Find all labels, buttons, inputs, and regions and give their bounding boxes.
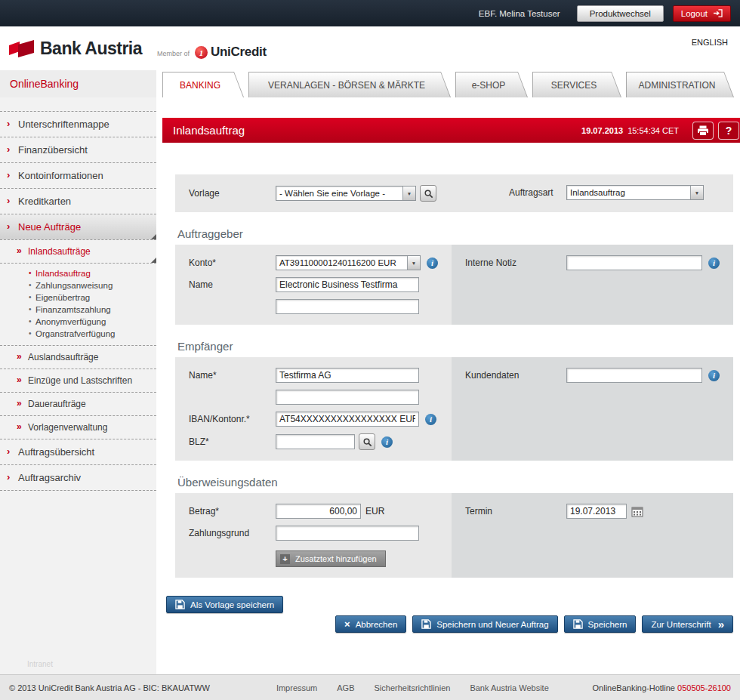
termin-input[interactable] <box>566 504 627 519</box>
chevron-icon: › <box>7 446 10 457</box>
hotline-number: 050505-26100 <box>677 683 731 692</box>
sidebar-item-auslandsauftraege[interactable]: » Auslandsaufträge <box>0 346 156 369</box>
footer: © 2013 UniCredit Bank Austria AG - BIC: … <box>0 674 740 700</box>
onlinebanking-home-link[interactable]: OnlineBanking <box>0 70 156 97</box>
main-tabs: BANKING VERANLAGEN - BÖRSEN & MÄRKTE e-S… <box>156 70 734 97</box>
auftraggeber-heading: Auftraggeber <box>177 227 740 240</box>
sidebar-item-inlandsauftraege[interactable]: » Inlandsaufträge <box>0 240 156 264</box>
bank-austria-wordmark: Bank Austria <box>40 39 142 59</box>
empfaenger-box: Name* IBAN/Kontonr.* i BLZ* <box>175 357 733 461</box>
blz-search-button[interactable] <box>359 433 375 450</box>
sidebar-item-finanzamtszahlung[interactable]: • Finanzamtszahlung <box>0 304 156 316</box>
ueberweisungsdaten-box: Betrag* EUR Zahlungsgrund + Zusatztext h… <box>175 493 733 578</box>
copyright-text: © 2013 UniCredit Bank Austria AG - BIC: … <box>9 683 210 692</box>
calendar-button[interactable] <box>631 506 643 517</box>
sidebar-item-unterschriftenmappe[interactable]: › Unterschriftenmappe <box>0 111 156 137</box>
help-button[interactable]: ? <box>718 122 739 140</box>
empfaenger-name-input[interactable] <box>276 368 419 383</box>
footer-link-agb[interactable]: AGB <box>337 683 354 692</box>
iban-label: IBAN/Kontonr.* <box>189 414 276 424</box>
current-date: 19.07.2013 <box>581 126 623 135</box>
iban-input[interactable] <box>276 412 419 427</box>
produktwechsel-label: Produktwechsel <box>590 9 651 18</box>
auftragsart-label: Auftragsart <box>465 187 566 198</box>
vorlage-select[interactable]: - Wählen Sie eine Vorlage - ▼ <box>276 186 416 201</box>
sidebar-item-zahlungsanweisung[interactable]: • Zahlungsanweisung <box>0 279 156 291</box>
chevron-icon: › <box>7 195 10 206</box>
vorlage-search-button[interactable] <box>420 185 436 202</box>
konto-info-icon[interactable]: i <box>427 257 438 269</box>
tab-services[interactable]: SERVICES <box>532 72 621 97</box>
sidebar-item-vorlagenverwaltung[interactable]: » Vorlagenverwaltung <box>0 416 156 439</box>
sidebar-item-organstrafverfuegung[interactable]: • Organstrafverfügung <box>0 328 156 340</box>
termin-label: Termin <box>465 506 566 517</box>
content: › Unterschriftenmappe › Finanzübersicht … <box>0 97 740 674</box>
empfaenger-name2-input[interactable] <box>276 390 419 405</box>
blz-info-icon[interactable]: i <box>381 436 393 448</box>
speichern-und-neuer-auftrag-button[interactable]: Speichern und Neuer Auftrag <box>412 615 557 633</box>
logout-button[interactable]: Logout <box>673 5 731 22</box>
zusatztext-button[interactable]: + Zusatztext hinzufügen <box>276 550 386 567</box>
sidebar-item-neue-auftraege[interactable]: › Neue Aufträge <box>0 214 156 240</box>
sidebar-item-kontoinformationen[interactable]: › Kontoinformationen <box>0 163 156 189</box>
form-actions: × Abbrechen Speichern und Neuer Auftrag <box>175 615 733 633</box>
logged-in-user: EBF. Melina Testuser <box>479 9 560 18</box>
konto-select[interactable]: AT391100001240116200 EUR ▼ <box>276 255 421 270</box>
close-icon: × <box>344 619 350 629</box>
sidebar-item-anonymverfuegung[interactable]: • Anonymverfügung <box>0 316 156 328</box>
blz-input[interactable] <box>276 434 355 449</box>
footer-link-sicherheitsrichtlinien[interactable]: Sicherheitsrichtlinien <box>375 683 451 692</box>
save-icon <box>421 619 431 629</box>
sidebar-item-dauerauftraege[interactable]: » Daueraufträge <box>0 393 156 416</box>
sidebar-item-kreditkarten[interactable]: › Kreditkarten <box>0 189 156 214</box>
auftraggeber-name-input[interactable] <box>276 277 419 292</box>
member-of-label: Member of <box>157 50 190 57</box>
chevron-icon: › <box>7 169 10 180</box>
betrag-label: Betrag* <box>189 506 276 517</box>
help-icon: ? <box>726 125 732 137</box>
footer-link-impressum[interactable]: Impressum <box>276 683 317 692</box>
current-time: 15:54:34 CET <box>627 126 679 135</box>
page-title: Inlandsauftrag <box>173 124 581 137</box>
sidebar-item-eigenuebertrag[interactable]: • Eigenübertrag <box>0 291 156 304</box>
chevron-icon: › <box>7 220 10 232</box>
kundendaten-input[interactable] <box>566 368 702 383</box>
tab-veranlagen[interactable]: VERANLAGEN - BÖRSEN & MÄRKTE <box>248 72 451 97</box>
als-vorlage-speichern-button[interactable]: Als Vorlage speichern <box>166 596 283 613</box>
abbrechen-button[interactable]: × Abbrechen <box>335 615 406 633</box>
sidebar-item-auftragsuebersicht[interactable]: › Auftragsübersicht <box>0 439 156 465</box>
auftraggeber-name2-input[interactable] <box>276 299 419 314</box>
save-icon <box>175 600 185 609</box>
betrag-input[interactable] <box>276 504 361 519</box>
sidebar-item-einzuege-lastschriften[interactable]: » Einzüge und Lastschriften <box>0 369 156 393</box>
bullet-icon: • <box>29 317 32 325</box>
zahlungsgrund-label: Zahlungsgrund <box>189 528 276 538</box>
sidebar-item-inlandsauftrag[interactable]: • Inlandsauftrag <box>0 267 156 279</box>
bullet-icon: • <box>29 281 32 289</box>
sidebar-item-auftragsarchiv[interactable]: › Auftragsarchiv <box>0 465 156 491</box>
dropdown-arrow-icon: ▼ <box>402 187 415 200</box>
zahlungsgrund-input[interactable] <box>276 526 419 541</box>
kundendaten-info-icon[interactable]: i <box>708 370 720 381</box>
tab-eshop[interactable]: e-SHOP <box>455 72 528 97</box>
auftragsart-select[interactable]: Inlandsauftrag ▼ <box>566 185 704 200</box>
interne-notiz-info-icon[interactable]: i <box>708 257 720 269</box>
currency-label: EUR <box>365 506 384 517</box>
chevron-icon: › <box>7 143 10 155</box>
sidebar-item-finanzuebersicht[interactable]: › Finanzübersicht <box>0 137 156 163</box>
iban-info-icon[interactable]: i <box>425 414 436 425</box>
footer-link-bank-austria-website[interactable]: Bank Austria Website <box>470 683 548 692</box>
print-button[interactable] <box>692 122 714 140</box>
onlinebanking-label: OnlineBanking <box>10 78 79 90</box>
main-panel: Inlandsauftrag 19.07.2013 15:54:34 CET ?… <box>156 97 740 674</box>
tab-administration[interactable]: ADMINISTRATION <box>626 72 734 97</box>
language-switch-link[interactable]: ENGLISH <box>692 38 728 47</box>
plus-icon: + <box>280 554 290 564</box>
auftraggeber-box: Konto* AT391100001240116200 EUR ▼ i Name <box>175 245 733 325</box>
interne-notiz-input[interactable] <box>566 255 702 270</box>
double-chevron-icon: » <box>17 398 22 409</box>
zur-unterschrift-button[interactable]: Zur Unterschrift » <box>642 615 733 633</box>
speichern-button[interactable]: Speichern <box>564 615 637 633</box>
produktwechsel-button[interactable]: Produktwechsel <box>577 5 664 22</box>
tab-banking[interactable]: BANKING <box>162 72 244 97</box>
